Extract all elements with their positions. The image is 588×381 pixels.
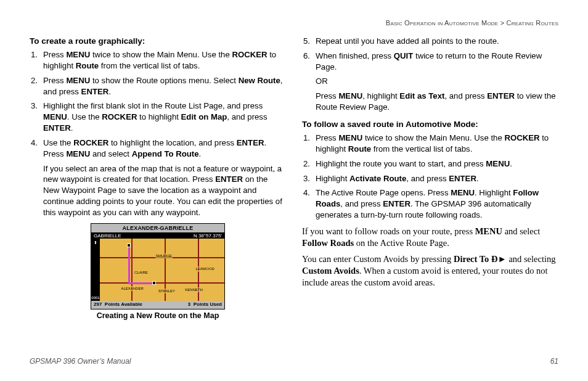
map-label-stanley: STANLEY	[158, 289, 176, 293]
map-label-claire: CLAIRE	[134, 270, 149, 275]
left-column: To create a route graphically: Press MEN…	[30, 36, 286, 323]
screen-route-name: ALEXANDER-GABRIELLE	[91, 224, 224, 232]
breadcrumb-page: Creating Routes	[507, 19, 558, 27]
create-route-steps-cont: Repeat until you have added all points t…	[302, 36, 558, 72]
step-3: Highlight the first blank slot in the Ro…	[30, 100, 286, 133]
breadcrumb-section: Basic Operation in Automotive Mode	[386, 19, 499, 27]
map-label-kenneth: KENNETH	[184, 287, 203, 292]
screen-leftbar: ⬆ 0001	[91, 239, 100, 301]
fstep-1: Press MENU twice to show the Main Menu. …	[302, 133, 558, 155]
map-label-leawood: LEAWOOD	[195, 266, 214, 271]
breadcrumb-sep: >	[500, 19, 505, 27]
step-1: Press MENU twice to show the Main Menu. …	[30, 49, 286, 72]
page-footer: GPSMAP 396 Owner’s Manual 61	[30, 356, 558, 366]
create-route-steps: Press MENU twice to show the Main Menu. …	[30, 49, 286, 159]
step-6-alt: Press MENU, highlight Edit as Text, and …	[302, 91, 558, 113]
step-6: When finished, press QUIT twice to retur…	[302, 51, 558, 73]
follow-route-steps: Press MENU twice to show the Main Menu. …	[302, 133, 558, 221]
paragraph-custom-avoids: You can enter Custom Avoids by pressing …	[302, 253, 558, 289]
gps-screenshot: ALEXANDER-GABRIELLE GABRIELLE 8.0° N N 3…	[91, 223, 225, 309]
step-4: Use the ROCKER to highlight the location…	[30, 137, 286, 160]
map-label-alexander: ALEXANDER	[121, 286, 144, 291]
step-2: Press MENU to show the Route options men…	[30, 75, 286, 97]
figure: ALEXANDER-GABRIELLE GABRIELLE 8.0° N N 3…	[91, 223, 225, 321]
or-text: OR	[302, 76, 558, 87]
right-column: Repeat until you have added all points t…	[302, 36, 558, 323]
figure-caption: Creating a New Route on the Map	[91, 311, 225, 321]
step-5: Repeat until you have added all points t…	[302, 36, 558, 47]
map-area: SMUDGE CLAIRE LEAWOOD ALEXANDER STANLEY …	[91, 239, 224, 301]
section-title-create: To create a route graphically:	[30, 36, 286, 47]
step-4-note: If you select an area of the map that is…	[30, 163, 286, 218]
map-label-smudge: SMUDGE	[155, 253, 173, 258]
section-title-follow: To follow a saved route in Automotive Mo…	[302, 119, 558, 130]
screen-footer: 297 Points Available 3 Points Used	[91, 301, 224, 309]
fstep-2: Highlight the route you want to start, a…	[302, 158, 558, 170]
footer-title: GPSMAP 396 Owner’s Manual	[30, 356, 131, 366]
page-number: 61	[550, 356, 558, 366]
breadcrumb: Basic Operation in Automotive Mode > Cre…	[386, 18, 558, 28]
paragraph-follow-roads: If you want to follow roads on your rout…	[302, 226, 558, 249]
fstep-3: Highlight Activate Route, and press ENTE…	[302, 173, 558, 184]
fstep-4: The Active Route Page opens. Press MENU.…	[302, 187, 558, 220]
direct-to-icon: Đ►	[491, 253, 507, 265]
